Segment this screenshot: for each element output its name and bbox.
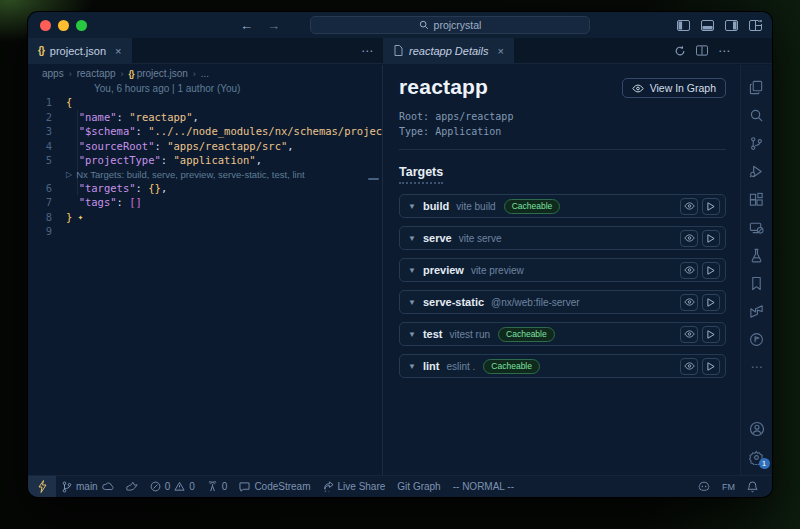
gitlens-bird-indicator[interactable] <box>120 476 144 497</box>
target-row[interactable]: ▼ test vitest run Cacheable <box>399 322 726 346</box>
breadcrumb-item[interactable]: {}project.json <box>129 68 188 79</box>
settings-gear-icon[interactable]: 1 <box>741 443 773 471</box>
line-number: 4 <box>28 139 66 154</box>
test-flask-icon[interactable] <box>741 241 773 269</box>
code-line[interactable]: 9 <box>28 224 382 239</box>
code-line[interactable]: 7 "tags": [] <box>28 195 382 210</box>
chevron-down-icon[interactable]: ▼ <box>408 298 416 307</box>
view-target-button[interactable] <box>680 326 698 343</box>
chevron-down-icon[interactable]: ▼ <box>408 234 416 243</box>
code-line[interactable]: 4 "sourceRoot": "apps/reactapp/src", <box>28 139 382 154</box>
breadcrumb-item[interactable]: apps <box>42 68 64 79</box>
code-line[interactable]: 2 "name": "reactapp", <box>28 110 382 125</box>
remote-indicator[interactable] <box>28 476 56 497</box>
code-line[interactable]: 3 "$schema": "../../node_modules/nx/sche… <box>28 124 382 139</box>
code-line[interactable]: 6 "targets": {}, <box>28 181 382 196</box>
code-line[interactable]: 8} ✦ <box>28 210 382 225</box>
target-row[interactable]: ▼ serve-static @nx/web:file-server <box>399 290 726 314</box>
bookmarks-icon[interactable] <box>741 269 773 297</box>
close-tab-icon[interactable]: × <box>498 45 504 57</box>
more-views-icon[interactable]: ⋯ <box>741 353 773 381</box>
sash-handle[interactable] <box>368 178 379 180</box>
chevron-down-icon[interactable]: ▼ <box>408 330 416 339</box>
run-target-button[interactable] <box>702 262 720 279</box>
target-row[interactable]: ▼ serve vite serve <box>399 226 726 250</box>
settings-badge: 1 <box>759 458 770 469</box>
run-target-button[interactable] <box>702 198 720 215</box>
split-editor-icon[interactable] <box>696 45 708 56</box>
chevron-down-icon[interactable]: ▼ <box>408 362 416 371</box>
toggle-secondary-sidebar-icon[interactable] <box>725 20 738 31</box>
error-count: 0 <box>165 481 171 492</box>
zoom-window-button[interactable] <box>76 20 87 31</box>
target-row[interactable]: ▼ preview vite preview <box>399 258 726 282</box>
code-token: "../../node_modules/nx/schemas/project-s <box>148 124 383 139</box>
run-target-button[interactable] <box>702 230 720 247</box>
codestream-indicator[interactable]: CodeStream <box>233 476 316 497</box>
run-debug-icon[interactable] <box>741 157 773 185</box>
extensions-icon[interactable] <box>741 185 773 213</box>
nx-project-details-panel: reactapp View In Graph Root: apps/reacta… <box>383 65 740 475</box>
remote-explorer-icon[interactable] <box>741 213 773 241</box>
tab-reactapp-details[interactable]: reactapp Details × <box>384 38 514 63</box>
nx-console-icon[interactable] <box>741 297 773 325</box>
problems-indicator[interactable]: 0 0 <box>144 476 201 497</box>
code-token <box>66 195 79 210</box>
view-target-button[interactable] <box>680 262 698 279</box>
back-arrow-icon[interactable]: ← <box>240 18 253 33</box>
run-target-button[interactable] <box>702 358 720 375</box>
vim-mode-indicator[interactable]: -- NORMAL -- <box>447 476 520 497</box>
project-title: reactapp <box>399 75 488 99</box>
code-line[interactable]: 5 "projectType": "application", <box>28 153 382 168</box>
notifications-indicator[interactable] <box>741 476 764 497</box>
chevron-down-icon[interactable]: ▼ <box>408 266 416 275</box>
play-icon <box>707 234 715 243</box>
customize-layout-icon[interactable] <box>749 20 762 31</box>
view-target-button[interactable] <box>680 294 698 311</box>
project-manager-icon[interactable] <box>741 325 773 353</box>
editor-area: apps›reactapp›{}project.json›... You, 6 … <box>28 65 772 475</box>
view-target-button[interactable] <box>680 358 698 375</box>
view-target-button[interactable] <box>680 198 698 215</box>
toggle-primary-sidebar-icon[interactable] <box>677 20 690 31</box>
git-graph-indicator[interactable]: Git Graph <box>391 476 446 497</box>
target-row[interactable]: ▼ build vite build Cacheable <box>399 194 726 218</box>
fm-label: FM <box>722 482 735 492</box>
breadcrumb-item[interactable]: reactapp <box>77 68 116 79</box>
codelens-play-icon: ▷ <box>66 168 72 181</box>
search-query-text: projcrystal <box>434 19 482 31</box>
view-in-graph-button[interactable]: View In Graph <box>622 78 726 98</box>
live-share-indicator[interactable]: Live Share <box>317 476 392 497</box>
command-center-search[interactable]: projcrystal <box>310 16 590 34</box>
source-control-icon[interactable] <box>741 129 773 157</box>
editor-project-json[interactable]: apps›reactapp›{}project.json›... You, 6 … <box>28 65 383 475</box>
code-line[interactable]: 1{ <box>28 95 382 110</box>
refresh-icon[interactable] <box>674 45 686 57</box>
tab-project-json[interactable]: {} project.json × <box>28 38 132 63</box>
code-content[interactable]: 1{2 "name": "reactapp",3 "$schema": "../… <box>28 95 382 239</box>
breadcrumb-item[interactable]: ... <box>201 68 209 79</box>
toggle-panel-icon[interactable] <box>701 20 714 31</box>
explorer-icon[interactable] <box>741 73 773 101</box>
forward-arrow-icon[interactable]: → <box>267 18 280 33</box>
breadcrumb-separator: › <box>69 69 72 79</box>
more-actions-icon[interactable]: ⋯ <box>361 44 373 58</box>
git-branch-indicator[interactable]: main <box>56 476 120 497</box>
target-row[interactable]: ▼ lint eslint . Cacheable <box>399 354 726 378</box>
copilot-indicator[interactable] <box>692 476 716 497</box>
search-icon[interactable] <box>741 101 773 129</box>
close-window-button[interactable] <box>40 20 51 31</box>
code-token: {} <box>148 181 161 196</box>
run-target-button[interactable] <box>702 326 720 343</box>
close-tab-icon[interactable]: × <box>115 45 121 57</box>
ports-indicator[interactable]: 0 <box>201 476 234 497</box>
nx-codelens[interactable]: ▷Nx Targets: build, serve, preview, serv… <box>28 168 382 181</box>
account-icon[interactable] <box>741 415 773 443</box>
targets-list: ▼ build vite build Cacheable ▼ serve vit… <box>399 194 726 378</box>
run-target-button[interactable] <box>702 294 720 311</box>
more-actions-icon[interactable]: ⋯ <box>718 44 730 58</box>
minimize-window-button[interactable] <box>58 20 69 31</box>
view-target-button[interactable] <box>680 230 698 247</box>
fm-indicator[interactable]: FM <box>716 476 741 497</box>
chevron-down-icon[interactable]: ▼ <box>408 202 416 211</box>
